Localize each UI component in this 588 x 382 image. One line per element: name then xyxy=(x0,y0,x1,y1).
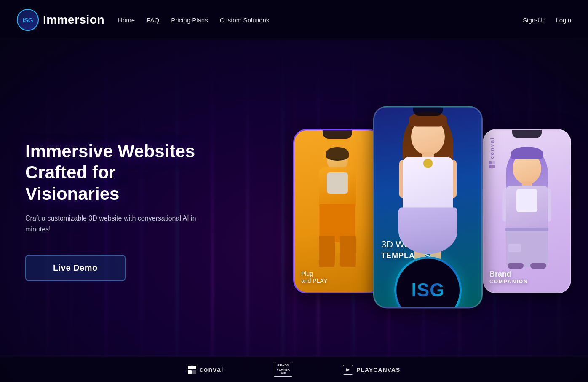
nav-link-custom[interactable]: Custom Solutions xyxy=(220,16,270,24)
character-right xyxy=(484,147,570,273)
logo: ISG Immersion xyxy=(17,9,104,31)
login-link[interactable]: Login xyxy=(556,16,571,24)
character-right-container xyxy=(484,147,570,273)
footer: convai READY PLAYER ME ▶ PLAYCANVAS xyxy=(0,357,588,382)
convai-sq-1 xyxy=(188,366,192,369)
playcanvas-text: PLAYCANVAS xyxy=(356,366,400,373)
footer-convai-text: convai xyxy=(200,366,224,374)
rpm-line1: READY xyxy=(276,363,290,368)
hero-left: Immersive Websites Crafted for Visionari… xyxy=(25,141,211,281)
fc-skirt xyxy=(398,207,457,254)
rc-hair-front xyxy=(511,147,543,159)
card-right-label-sub: COMPANION xyxy=(489,279,528,285)
rpm-box: READY PLAYER ME xyxy=(274,363,292,377)
char-leg-left xyxy=(319,236,335,267)
phone-notch-left xyxy=(323,130,352,139)
navbar-left: ISG Immersion Home FAQ Pricing Plans Cus… xyxy=(17,9,269,31)
footer-brand-convai: convai xyxy=(188,366,224,374)
logo-text: Immersion xyxy=(43,13,104,27)
hero-section: Immersive Websites Crafted for Visionari… xyxy=(0,40,588,382)
phone-notch-center xyxy=(413,107,443,116)
footer-brand-playcanvas: ▶ PLAYCANVAS xyxy=(343,365,400,375)
isg-badge-text: ISG xyxy=(412,280,445,301)
card-right-label: Brand COMPANION xyxy=(489,270,528,285)
char-hair xyxy=(326,147,349,159)
rc-shirt xyxy=(516,189,537,212)
convai-footer-icon xyxy=(188,366,196,374)
card-left-label-sub: and PLAY xyxy=(301,277,327,285)
nav-link-home[interactable]: Home xyxy=(118,16,135,24)
convai-sq-2 xyxy=(192,366,196,369)
fc-necklace xyxy=(423,159,433,168)
card-right-label-main: Brand xyxy=(489,270,528,279)
playcanvas-icon: ▶ xyxy=(343,365,353,375)
hero-heading-line2: Crafted for Visionaries xyxy=(25,162,119,203)
live-demo-button[interactable]: Live Demo xyxy=(25,255,126,281)
char-shirt xyxy=(327,172,348,194)
rpm-line3: ME xyxy=(276,371,290,376)
hero-heading-line1: Immersive Websites xyxy=(25,141,195,161)
playcanvas-icon-letter: ▶ xyxy=(346,367,350,372)
hero-heading: Immersive Websites Crafted for Visionari… xyxy=(25,141,211,204)
nav-link-faq[interactable]: FAQ xyxy=(147,16,159,24)
phone-card-left: Plug and PLAY xyxy=(293,129,382,293)
character-left xyxy=(294,147,380,267)
nav-links: Home FAQ Pricing Plans Custom Solutions xyxy=(118,16,269,24)
rc-rip-left xyxy=(508,244,521,252)
footer-brand-rpm: READY PLAYER ME xyxy=(274,363,292,377)
character-left-container xyxy=(294,147,380,267)
rpm-line2: PLAYER xyxy=(276,368,290,372)
navbar-right: Sign-Up Login xyxy=(523,16,571,24)
phone-card-right: convai xyxy=(483,129,571,293)
char-leg-right xyxy=(340,236,356,267)
phone-notch-right xyxy=(512,130,542,138)
phones-container: Plug and PLAY xyxy=(268,40,588,382)
nav-link-pricing[interactable]: Pricing Plans xyxy=(171,16,208,24)
logo-badge-text: ISG xyxy=(23,16,33,24)
convai-sq-4 xyxy=(192,370,196,374)
signup-link[interactable]: Sign-Up xyxy=(523,16,545,24)
card-left-label: Plug and PLAY xyxy=(301,270,327,285)
phone-card-center: 3D Website TEMPLATES ISG xyxy=(373,106,483,308)
hero-subtext: Craft a customizable 3D website with con… xyxy=(25,213,211,234)
convai-sq-3 xyxy=(188,370,192,374)
card-left-label-main: Plug xyxy=(301,270,327,277)
logo-badge: ISG xyxy=(17,9,39,31)
rc-shoe-right xyxy=(530,263,546,269)
rc-belt xyxy=(505,228,548,231)
navbar: ISG Immersion Home FAQ Pricing Plans Cus… xyxy=(0,0,588,40)
rc-shoe-left xyxy=(508,263,524,269)
